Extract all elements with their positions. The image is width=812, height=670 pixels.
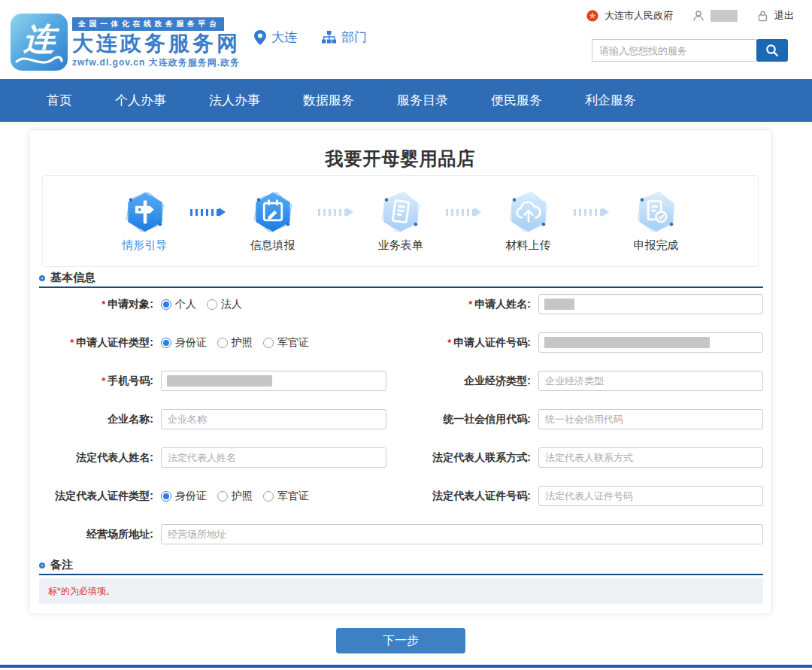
site-logo[interactable]: 连 xyxy=(11,14,68,71)
radio-military-id[interactable]: 军官证 xyxy=(263,490,309,503)
signpost-icon xyxy=(123,190,167,234)
section-remarks: 备注 xyxy=(39,558,73,572)
applicant-id-type-label: *申请人证件类型: xyxy=(39,336,153,350)
radio-unchecked-icon xyxy=(207,299,217,310)
credit-code-input[interactable] xyxy=(538,409,763,429)
basic-info-form: *申请对象: 个人 法人 *申请人姓名: *申请人证件类型: xyxy=(39,285,763,553)
economic-type-label: 企业经济类型: xyxy=(394,374,531,388)
applicant-name-input[interactable] xyxy=(538,294,763,314)
nav-item-service-catalog[interactable]: 服务目录 xyxy=(397,92,448,109)
main-nav: 首页 个人办事 法人办事 数据服务 服务目录 便民服务 利企服务 xyxy=(0,79,812,122)
rep-id-number-label: 法定代表人证件号码: xyxy=(394,490,531,503)
company-name-input[interactable] xyxy=(161,409,386,429)
rep-id-type-label: 法定代表人证件类型: xyxy=(39,490,153,503)
step-label: 信息填报 xyxy=(250,238,295,253)
logout-link[interactable]: 退出 xyxy=(774,9,794,23)
department-label: 部门 xyxy=(341,29,367,46)
required-asterisk: * xyxy=(102,375,105,387)
radio-id-card[interactable]: 身份证 xyxy=(161,490,207,503)
step-business-form[interactable]: 业务表单 xyxy=(356,190,446,253)
step-label: 情形引导 xyxy=(123,238,168,253)
radio-unchecked-icon xyxy=(217,338,228,348)
applicant-type-label: *申请对象: xyxy=(39,298,153,311)
section-title: 备注 xyxy=(50,558,73,572)
step-info-filling[interactable]: 信息填报 xyxy=(228,190,318,253)
address-input[interactable] xyxy=(161,524,763,544)
rep-contact-label: 法定代表人联系方式: xyxy=(394,451,531,465)
step-situation-guide[interactable]: 情形引导 xyxy=(100,190,190,253)
credit-code-label: 统一社会信用代码: xyxy=(394,413,531,426)
wave-icon xyxy=(15,54,63,65)
applicant-type-radio-group: 个人 法人 xyxy=(161,298,386,311)
lock-icon xyxy=(757,10,768,22)
radio-checked-icon xyxy=(161,338,171,348)
required-asterisk: * xyxy=(447,337,451,348)
radio-military-id[interactable]: 军官证 xyxy=(263,336,309,350)
applicant-id-type-radio-group: 身份证 护照 军官证 xyxy=(161,336,386,350)
site-title: 大连政务服务网 xyxy=(72,31,241,56)
step-material-upload[interactable]: 材料上传 xyxy=(483,190,574,253)
nav-item-convenience[interactable]: 便民服务 xyxy=(491,92,542,109)
user-bar: 大连市人民政府 退出 xyxy=(586,9,794,23)
user-icon xyxy=(692,10,704,22)
radio-unchecked-icon xyxy=(263,338,274,348)
redacted-value xyxy=(544,337,710,348)
department-selector[interactable]: 部门 xyxy=(322,29,367,46)
platform-badge: 全国一体化在线政务服务平台 xyxy=(72,17,224,31)
page: 连 全国一体化在线政务服务平台 大连政务服务网 zwfw.dl.gov.cn 大… xyxy=(0,0,812,670)
step-label: 申报完成 xyxy=(634,238,679,253)
footer-divider xyxy=(0,665,812,668)
document-icon xyxy=(379,190,423,234)
document-check-icon xyxy=(635,190,678,234)
wizard-steps: 情形引导 信息填报 xyxy=(42,175,759,267)
step-declaration-complete[interactable]: 申报完成 xyxy=(611,190,701,253)
applicant-id-number-input[interactable] xyxy=(538,332,763,353)
nav-item-legal-entity[interactable]: 法人办事 xyxy=(209,92,260,109)
required-note: 标*的为必填项。 xyxy=(48,585,115,598)
redacted-value xyxy=(167,375,272,387)
rep-id-type-radio-group: 身份证 护照 军官证 xyxy=(161,490,386,503)
applicant-name-label: *申请人姓名: xyxy=(394,298,531,311)
gov-portal-link[interactable]: 大连市人民政府 xyxy=(604,9,673,23)
economic-type-input[interactable] xyxy=(538,371,763,391)
address-label: 经营场所地址: xyxy=(39,528,153,541)
section-divider xyxy=(39,574,763,575)
phone-input[interactable] xyxy=(161,371,386,391)
form-edit-icon xyxy=(251,190,295,234)
section-basic-info: 基本信息 xyxy=(39,271,95,285)
radio-checked-icon xyxy=(161,491,171,502)
rep-id-number-input[interactable] xyxy=(538,486,763,506)
nav-item-personal[interactable]: 个人办事 xyxy=(115,92,166,109)
location-pin-icon xyxy=(254,30,266,45)
company-name-label: 企业名称: xyxy=(39,413,153,426)
search-input[interactable] xyxy=(592,39,756,62)
nav-item-data-services[interactable]: 数据服务 xyxy=(303,92,354,109)
required-asterisk: * xyxy=(102,299,105,310)
cloud-upload-icon xyxy=(507,190,550,234)
nav-item-enterprise[interactable]: 利企服务 xyxy=(585,92,636,109)
step-label: 业务表单 xyxy=(378,238,423,253)
step-label: 材料上传 xyxy=(506,238,551,253)
radio-passport[interactable]: 护照 xyxy=(217,336,253,350)
rep-name-input[interactable] xyxy=(161,447,386,468)
search-bar xyxy=(592,39,788,62)
city-selector[interactable]: 大连 xyxy=(254,29,297,46)
org-chart-icon xyxy=(322,31,336,44)
applicant-id-number-label: *申请人证件号码: xyxy=(394,336,531,350)
radio-legal-entity[interactable]: 法人 xyxy=(207,298,242,311)
radio-unchecked-icon xyxy=(263,491,274,502)
phone-label: *手机号码: xyxy=(39,374,153,388)
radio-passport[interactable]: 护照 xyxy=(217,490,253,503)
bullet-icon xyxy=(39,562,45,568)
step-arrow-icon xyxy=(190,208,228,217)
radio-unchecked-icon xyxy=(217,491,228,502)
nav-item-home[interactable]: 首页 xyxy=(47,92,72,109)
radio-individual[interactable]: 个人 xyxy=(161,298,196,311)
step-arrow-icon xyxy=(446,208,483,217)
step-arrow-icon xyxy=(318,208,356,217)
next-step-button[interactable]: 下一步 xyxy=(336,628,465,653)
search-button[interactable] xyxy=(756,39,788,62)
rep-contact-input[interactable] xyxy=(538,447,763,468)
required-asterisk: * xyxy=(468,299,472,310)
radio-id-card[interactable]: 身份证 xyxy=(161,336,207,350)
